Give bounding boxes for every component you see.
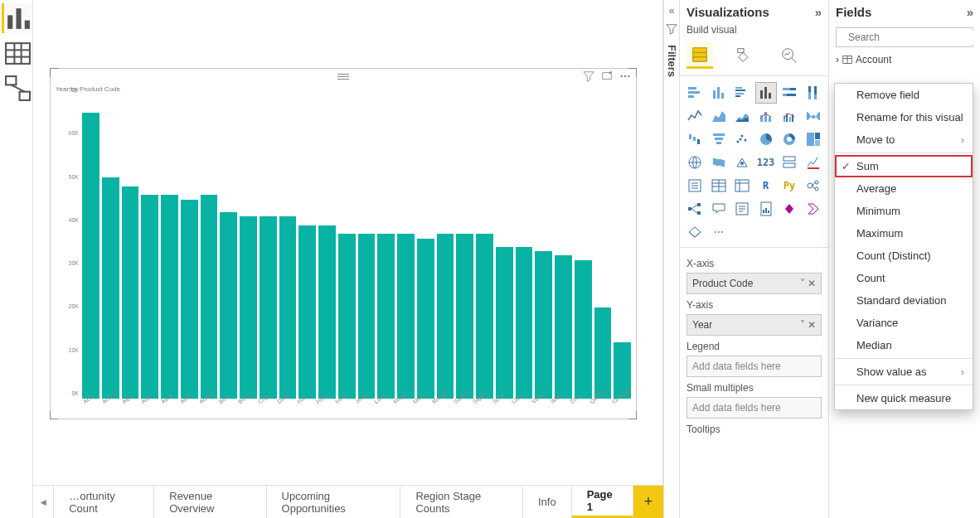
slicer-icon[interactable] <box>685 176 705 196</box>
more-options-icon[interactable] <box>619 70 631 82</box>
bar[interactable] <box>181 200 198 399</box>
tab-opportunity-count[interactable]: …ortunity Count <box>54 486 154 518</box>
bar[interactable] <box>358 234 376 399</box>
ctx-stdev[interactable]: Standard deviation <box>835 289 973 312</box>
python-visual-icon[interactable]: Py <box>779 176 799 196</box>
bar[interactable] <box>338 234 356 399</box>
bar[interactable] <box>122 186 139 399</box>
collapse-viz-pane-icon[interactable]: » <box>815 5 822 19</box>
ctx-new-quick-measure[interactable]: New quick measure <box>835 387 973 409</box>
tab-page-1[interactable]: Page 1 <box>572 486 634 518</box>
pie-icon[interactable] <box>756 129 776 149</box>
treemap-icon[interactable] <box>803 129 823 149</box>
model-view-button[interactable] <box>2 73 32 103</box>
ctx-median[interactable]: Median <box>835 334 973 356</box>
bar[interactable] <box>82 113 99 399</box>
focus-mode-icon[interactable] <box>601 70 613 82</box>
bar[interactable] <box>575 260 592 399</box>
data-view-button[interactable] <box>2 38 32 68</box>
drag-handle-icon[interactable] <box>337 74 349 80</box>
ribbon-chart-icon[interactable] <box>803 106 823 126</box>
search-input[interactable] <box>847 31 974 44</box>
bar[interactable] <box>456 234 473 399</box>
filled-map-icon[interactable] <box>709 152 729 172</box>
scatter-icon[interactable] <box>732 129 752 149</box>
ctx-show-value-as[interactable]: Show value as › <box>835 361 973 383</box>
line-chart-icon[interactable] <box>685 106 705 126</box>
r-visual-icon[interactable]: R <box>756 176 776 196</box>
card-icon[interactable]: 123 <box>756 152 776 172</box>
analytics-tab[interactable] <box>776 42 803 69</box>
decomposition-tree-icon[interactable] <box>685 199 705 219</box>
ctx-count[interactable]: Count <box>835 267 973 289</box>
tab-info[interactable]: Info <box>523 486 572 518</box>
ctx-count-distinct[interactable]: Count (Distinct) <box>835 244 973 267</box>
clustered-column-icon[interactable] <box>756 83 776 103</box>
bar[interactable] <box>260 216 277 399</box>
tab-revenue-overview[interactable]: Revenue Overview <box>154 486 266 518</box>
power-automate-icon[interactable] <box>803 199 823 219</box>
hundred-stacked-bar-icon[interactable] <box>779 83 799 103</box>
stacked-column-icon[interactable] <box>709 83 729 103</box>
multi-row-card-icon[interactable] <box>779 152 799 172</box>
report-canvas[interactable]: Year by Product Code 0K10K20K30K40K50K60… <box>33 0 663 485</box>
build-visual-tab[interactable] <box>686 42 713 69</box>
matrix-icon[interactable] <box>732 176 752 196</box>
bar[interactable] <box>496 247 513 399</box>
qa-icon[interactable] <box>709 199 729 219</box>
stacked-area-icon[interactable] <box>732 106 752 126</box>
key-influencers-icon[interactable] <box>803 176 823 196</box>
bar[interactable] <box>201 195 218 399</box>
kpi-icon[interactable] <box>803 152 823 172</box>
stacked-bar-icon[interactable] <box>685 83 705 103</box>
ctx-minimum[interactable]: Minimum <box>835 200 973 222</box>
ctx-sum[interactable]: ✓ Sum <box>835 155 973 177</box>
bar[interactable] <box>240 216 257 399</box>
ctx-move-to[interactable]: Move to › <box>835 128 973 151</box>
bar[interactable] <box>437 234 454 399</box>
xaxis-well[interactable]: Product Code ˅ ✕ <box>686 273 822 294</box>
legend-well[interactable]: Add data fields here <box>686 356 822 377</box>
bar[interactable] <box>594 307 612 399</box>
ctx-rename[interactable]: Rename for this visual <box>835 106 973 128</box>
line-stacked-column-icon[interactable] <box>756 106 776 126</box>
ctx-remove-field[interactable]: Remove field <box>835 84 973 106</box>
smart-narrative-icon[interactable] <box>732 199 752 219</box>
filters-pane-collapsed[interactable]: « Filters <box>663 0 680 518</box>
paginated-report-icon[interactable] <box>756 199 776 219</box>
report-view-button[interactable] <box>2 3 32 33</box>
line-clustered-column-icon[interactable] <box>779 106 799 126</box>
format-visual-tab[interactable] <box>731 42 758 69</box>
power-apps-icon[interactable] <box>779 199 799 219</box>
chart-visual[interactable]: Year by Product Code 0K10K20K30K40K50K60… <box>50 68 637 419</box>
bar[interactable] <box>141 195 158 399</box>
ctx-average[interactable]: Average <box>835 177 973 200</box>
bar[interactable] <box>555 255 572 399</box>
azure-map-icon[interactable] <box>732 152 752 172</box>
yaxis-well[interactable]: Year ˅ ✕ <box>686 314 822 336</box>
tabs-scroll-left[interactable]: ◄ <box>33 486 54 518</box>
bar[interactable] <box>279 216 297 399</box>
chevron-down-icon[interactable]: ˅ ✕ <box>800 278 816 289</box>
tab-upcoming-opportunities[interactable]: Upcoming Opportunities <box>267 486 401 518</box>
table-viz-icon[interactable] <box>709 176 729 196</box>
chevron-down-icon[interactable]: ˅ ✕ <box>800 319 816 331</box>
get-more-visuals-icon[interactable] <box>685 222 705 242</box>
smallmult-well[interactable]: Add data fields here <box>686 397 822 419</box>
filter-icon[interactable] <box>583 70 594 82</box>
donut-icon[interactable] <box>779 129 799 149</box>
collapse-fields-pane-icon[interactable]: » <box>967 5 973 19</box>
funnel-icon[interactable] <box>709 129 729 149</box>
ctx-variance[interactable]: Variance <box>835 312 973 334</box>
bar[interactable] <box>102 177 119 399</box>
expand-filters-icon[interactable]: « <box>669 5 675 17</box>
bar[interactable] <box>298 225 316 399</box>
add-page-button[interactable]: + <box>633 486 663 518</box>
fields-search[interactable] <box>836 27 973 47</box>
bar[interactable] <box>161 195 178 399</box>
table-account[interactable]: › Account <box>829 51 980 69</box>
ctx-maximum[interactable]: Maximum <box>835 222 973 244</box>
more-visuals-icon[interactable]: ⋯ <box>709 222 729 242</box>
bar[interactable] <box>397 234 415 399</box>
map-icon[interactable] <box>685 152 705 172</box>
